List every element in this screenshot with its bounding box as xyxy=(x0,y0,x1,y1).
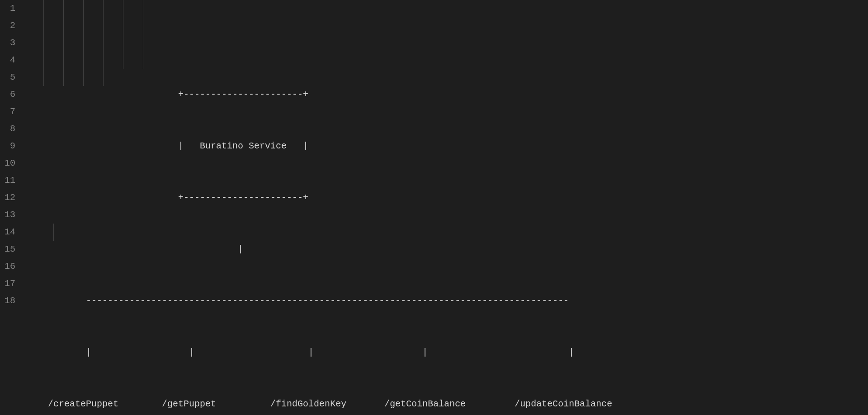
line-number: 4 xyxy=(5,52,15,69)
line-number: 13 xyxy=(5,206,15,224)
diagram-line: | Buratino Service | xyxy=(26,138,868,155)
diagram-line: +----------------------+ xyxy=(26,189,868,206)
line-number: 16 xyxy=(5,258,15,275)
line-number: 5 xyxy=(5,69,15,86)
line-number: 7 xyxy=(5,103,15,120)
line-number: 12 xyxy=(5,189,15,206)
line-number: 11 xyxy=(5,172,15,189)
diagram-line: | | | | | xyxy=(26,344,868,361)
code-editor: 123456789101112131415161718 +-----------… xyxy=(0,0,868,415)
line-number: 18 xyxy=(5,292,15,310)
line-number: 9 xyxy=(5,138,15,155)
diagram-line: /createPuppet /getPuppet /findGoldenKey … xyxy=(26,396,868,413)
diagram-line: | xyxy=(26,241,868,258)
line-number: 14 xyxy=(5,224,15,241)
line-number: 2 xyxy=(5,17,15,34)
line-number: 10 xyxy=(5,155,15,172)
line-number: 17 xyxy=(5,275,15,292)
line-number-gutter: 123456789101112131415161718 xyxy=(0,0,24,415)
line-number: 3 xyxy=(5,34,15,52)
diagram-line: ----------------------------------------… xyxy=(26,292,868,310)
line-number: 1 xyxy=(5,0,15,17)
line-number: 6 xyxy=(5,86,15,103)
code-area: +----------------------+ | Buratino Serv… xyxy=(24,0,868,415)
diagram-line: +----------------------+ xyxy=(26,86,868,103)
line-number: 8 xyxy=(5,120,15,138)
line-number: 15 xyxy=(5,241,15,258)
